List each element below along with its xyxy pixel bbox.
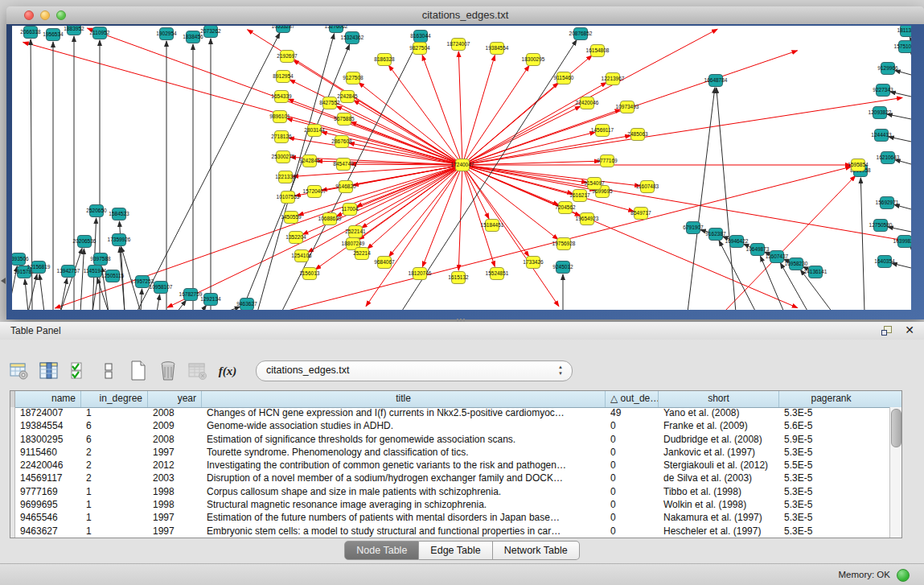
table-cell[interactable]: 5.9E-5 — [779, 434, 883, 447]
graph-edge[interactable] — [141, 289, 142, 310]
graph-edge[interactable] — [23, 42, 462, 165]
table-cell[interactable]: 14569117 — [15, 472, 81, 485]
graph-edge[interactable] — [688, 88, 715, 310]
table-cell[interactable]: 0 — [606, 486, 659, 499]
table-cell[interactable]: 0 — [606, 499, 659, 512]
table-cell[interactable]: 2009 — [148, 420, 202, 433]
table-cell[interactable]: 0 — [606, 434, 659, 447]
table-cell[interactable]: 1 — [81, 499, 148, 512]
table-cell[interactable]: 0 — [606, 459, 659, 472]
table-cell[interactable]: 18300295 — [15, 434, 81, 447]
table-cell[interactable]: Tourette syndrome. Phenomenology and cla… — [202, 447, 606, 459]
table-cell[interactable]: 2 — [81, 459, 148, 472]
delete-table-icon[interactable] — [157, 360, 179, 382]
table-row[interactable]: 946554611997Estimation of the future num… — [10, 512, 889, 525]
table-cell[interactable]: 2003 — [148, 472, 202, 485]
graph-edge[interactable] — [25, 279, 28, 310]
table-cell[interactable]: 1 — [81, 407, 148, 420]
graph-edge[interactable] — [290, 80, 462, 165]
graph-edge[interactable] — [889, 137, 911, 142]
float-panel-icon[interactable] — [881, 326, 892, 336]
table-cell[interactable]: Corpus callosum shape and size in male p… — [202, 486, 606, 499]
graph-edge[interactable] — [462, 165, 798, 308]
table-cell[interactable]: Dudbridge et al. (2008) — [659, 434, 779, 447]
table-cell[interactable]: Genome-wide association studies in ADHD. — [202, 420, 606, 433]
table-cell[interactable]: 5.3E-5 — [779, 525, 883, 538]
column-header-title[interactable]: title — [202, 391, 606, 407]
table-cell[interactable]: 1998 — [148, 486, 202, 499]
column-header-short[interactable]: short — [659, 391, 779, 407]
table-row[interactable]: 1872400712008Changes of HCN gene express… — [10, 407, 889, 420]
table-cell[interactable]: 2 — [81, 447, 148, 459]
close-panel-icon[interactable]: ✕ — [905, 323, 914, 336]
table-row[interactable]: 977716911998Corpus callosum shape and si… — [10, 486, 889, 499]
graph-edge[interactable] — [80, 249, 84, 310]
table-cell[interactable]: de Silva et al. (2003) — [659, 472, 779, 485]
graph-edge[interactable] — [462, 66, 529, 166]
table-cell[interactable]: 5.3E-5 — [779, 447, 883, 459]
table-cell[interactable]: 1997 — [148, 447, 202, 459]
graph-edge[interactable] — [157, 295, 160, 310]
table-cell[interactable]: 9465546 — [15, 512, 81, 525]
graph-edge[interactable] — [201, 305, 207, 310]
table-cell[interactable]: 0 — [606, 472, 659, 485]
graph-edge[interactable] — [895, 70, 911, 75]
table-cell[interactable]: 2 — [81, 472, 148, 485]
table-row[interactable]: 969969511998Structural magnetic resonanc… — [10, 499, 889, 512]
table-cell[interactable]: 2012 — [148, 459, 202, 472]
graph-edge[interactable] — [860, 178, 864, 310]
table-cell[interactable]: 9115460 — [15, 447, 81, 459]
table-cell[interactable]: 6 — [81, 434, 148, 447]
table-cell[interactable]: 9699695 — [15, 499, 81, 512]
table-cell[interactable]: 1 — [81, 512, 148, 525]
graph-edge[interactable] — [402, 40, 577, 310]
table-cell[interactable]: 49 — [606, 407, 659, 420]
tab-network-table[interactable]: Network Table — [493, 541, 580, 560]
table-selector-dropdown[interactable]: citations_edges.txt ▲▼ — [256, 360, 573, 381]
memory-ok-indicator[interactable] — [897, 569, 910, 582]
column-select-icon[interactable] — [38, 360, 60, 382]
graph-edge[interactable] — [97, 278, 109, 311]
new-table-icon[interactable] — [127, 360, 150, 382]
table-cell[interactable]: 0 — [606, 447, 659, 459]
table-row[interactable]: 2242004622012Investigating the contribut… — [10, 459, 889, 472]
table-cell[interactable]: 0 — [606, 525, 659, 538]
scrollbar-thumb[interactable] — [891, 409, 901, 447]
column-header-pagerank[interactable]: pagerank — [779, 391, 883, 407]
table-cell[interactable]: 5.3E-5 — [779, 512, 883, 525]
table-cell[interactable]: 0 — [606, 512, 659, 525]
table-row[interactable]: 1456911722003Disruption of a novel membe… — [10, 472, 889, 485]
validate-columns-icon[interactable] — [68, 360, 90, 382]
graph-edge[interactable] — [890, 92, 911, 97]
table-cell[interactable]: Franke et al. (2009) — [659, 420, 779, 433]
vertical-scrollbar[interactable] — [889, 407, 901, 538]
table-cell[interactable]: 5.5E-5 — [779, 459, 883, 472]
table-cell[interactable]: 5.3E-5 — [779, 486, 883, 499]
graph-edge[interactable] — [39, 274, 44, 310]
table-cell[interactable]: Jankovic et al. (1997) — [659, 447, 779, 459]
graph-edge[interactable] — [910, 37, 912, 40]
table-cell[interactable]: 9463627 — [15, 525, 81, 538]
network-canvas[interactable]: 2066318195653418839522110952190295418384… — [12, 26, 911, 310]
graph-edge[interactable] — [354, 101, 462, 165]
graph-edge[interactable] — [257, 34, 335, 310]
table-row[interactable]: 1938455462009Genome-wide association stu… — [10, 420, 889, 433]
table-row[interactable]: 946362711997Embryonic stem cells: a mode… — [10, 525, 889, 538]
graph-edge[interactable] — [717, 88, 736, 310]
graph-edge[interactable] — [389, 165, 462, 257]
graph-edge[interactable] — [28, 274, 37, 310]
citation-graph[interactable]: 2066318195653418839522110952190295418384… — [12, 26, 911, 310]
graph-edge[interactable] — [458, 51, 462, 165]
column-header-in_degree[interactable]: in_degree — [81, 391, 148, 407]
table-cell[interactable]: 5.3E-5 — [779, 499, 883, 512]
table-cell[interactable]: Structural magnetic resonance image aver… — [202, 499, 606, 512]
graph-edge[interactable] — [177, 300, 187, 310]
graph-edge[interactable] — [761, 256, 785, 310]
column-header-out_de[interactable]: △ out_de… — [606, 391, 659, 407]
table-cell[interactable]: Embryonic stem cells: a model to study s… — [202, 525, 606, 538]
table-cell[interactable]: 0 — [606, 420, 659, 433]
column-header-name[interactable]: name — [15, 391, 81, 407]
graph-edge[interactable] — [462, 56, 495, 165]
table-cell[interactable]: 5.3E-5 — [779, 407, 883, 420]
table-cell[interactable]: 9777169 — [15, 486, 81, 499]
